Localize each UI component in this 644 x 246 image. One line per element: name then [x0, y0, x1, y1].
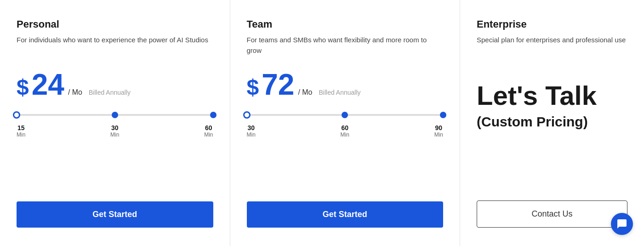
team-slider-track-container [247, 110, 444, 120]
personal-plan: Personal For individuals who want to exp… [0, 0, 230, 246]
team-slider-label-1: 60 Min [341, 124, 349, 138]
personal-price-amount: 24 [32, 70, 64, 99]
team-plan-description: For teams and SMBs who want flexibility … [247, 35, 444, 57]
personal-slider-label-0: 15 Min [17, 124, 25, 138]
team-slider-label-0: 30 Min [247, 124, 256, 138]
team-price-dollar: $ [247, 76, 259, 98]
personal-slider-dot-2[interactable] [210, 112, 217, 118]
personal-plan-name: Personal [17, 18, 213, 30]
team-slider-dot-2[interactable] [440, 112, 446, 118]
team-slider-dot-1[interactable] [342, 112, 348, 118]
team-price-period: / Mo [298, 88, 312, 97]
enterprise-lets-talk: Let's Talk [477, 81, 627, 110]
enterprise-custom-pricing: (Custom Pricing) [477, 114, 627, 130]
team-slider-label-2: 90 Min [434, 124, 443, 138]
personal-slider[interactable]: 15 Min 30 Min 60 Min [17, 110, 213, 138]
enterprise-contact-us-button[interactable]: Contact Us [477, 200, 627, 228]
team-price-amount: 72 [262, 70, 294, 99]
enterprise-plan-name: Enterprise [477, 18, 627, 30]
team-get-started-button[interactable]: Get Started [247, 201, 444, 228]
team-slider[interactable]: 30 Min 60 Min 90 Min [247, 110, 444, 138]
personal-slider-label-1: 30 Min [110, 124, 119, 138]
team-plan-name: Team [247, 18, 444, 30]
pricing-section: Personal For individuals who want to exp… [0, 0, 644, 246]
chat-bubble-button[interactable] [611, 213, 633, 235]
personal-slider-label-2: 60 Min [204, 124, 213, 138]
team-slider-labels: 30 Min 60 Min 90 Min [247, 124, 444, 138]
personal-slider-dot-1[interactable] [112, 112, 118, 118]
team-slider-dot-0[interactable] [243, 111, 251, 119]
personal-billed-label: Billed Annually [89, 89, 131, 96]
personal-slider-track-container [17, 110, 213, 120]
personal-price-period: / Mo [68, 88, 82, 97]
personal-get-started-button[interactable]: Get Started [17, 201, 213, 228]
team-billed-label: Billed Annually [319, 89, 361, 96]
personal-price-row: $ 24 / Mo Billed Annually [17, 70, 213, 99]
team-price-row: $ 72 / Mo Billed Annually [247, 70, 444, 99]
enterprise-plan: Enterprise Special plan for enterprises … [460, 0, 644, 246]
enterprise-plan-description: Special plan for enterprises and profess… [477, 35, 627, 57]
team-slider-track [247, 114, 444, 116]
personal-slider-dot-0[interactable] [13, 111, 20, 119]
personal-slider-track [17, 114, 213, 116]
team-plan: Team For teams and SMBs who want flexibi… [230, 0, 461, 246]
chat-icon [616, 218, 627, 229]
personal-price-dollar: $ [17, 76, 29, 98]
personal-slider-labels: 15 Min 30 Min 60 Min [17, 124, 213, 138]
personal-plan-description: For individuals who want to experience t… [17, 35, 213, 57]
